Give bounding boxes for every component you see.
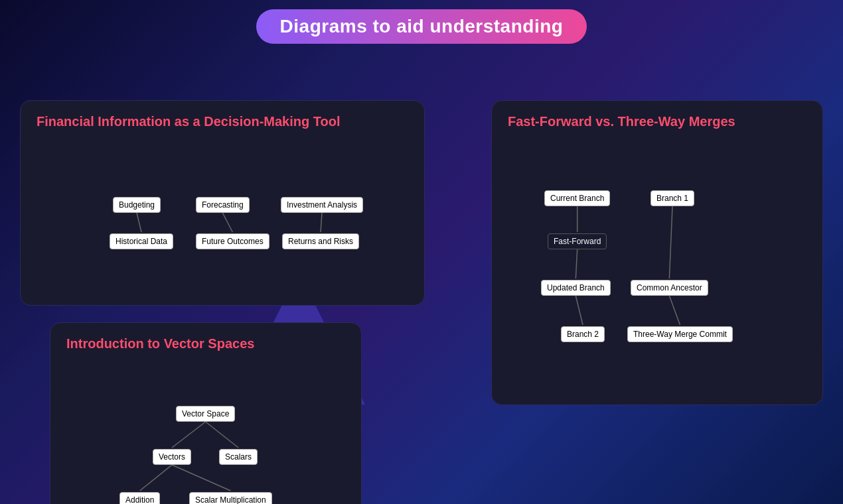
card-vector: Introduction to Vector Spaces Vector Spa… [50,322,362,504]
node-current-branch: Current Branch [544,190,610,206]
financial-diagram: Budgeting Forecasting Investment Analysi… [37,137,408,282]
node-forecasting: Forecasting [196,197,250,213]
node-returns-risks: Returns and Risks [282,233,359,249]
card-financial-title: Financial Information as a Decision-Maki… [37,114,408,129]
svg-line-7 [669,296,680,325]
svg-line-8 [172,422,206,448]
node-branch2: Branch 2 [561,326,605,342]
node-future-outcomes: Future Outcomes [196,233,269,249]
page-title: Diagrams to aid understanding [256,9,587,44]
svg-line-6 [575,296,583,325]
svg-line-0 [137,213,141,232]
node-branch1: Branch 1 [651,190,694,206]
card-financial: Financial Information as a Decision-Maki… [20,100,425,306]
node-common-ancestor: Common Ancestor [631,280,708,296]
svg-line-9 [206,422,238,448]
fastforward-diagram: Current Branch Branch 1 Fast-Forward Upd… [508,137,806,381]
node-vector-space: Vector Space [176,406,235,422]
node-budgeting: Budgeting [113,197,161,213]
svg-line-10 [140,465,172,491]
svg-line-1 [222,213,232,232]
svg-line-11 [172,465,230,491]
node-scalars: Scalars [219,449,258,465]
vector-diagram: Vector Space Vectors Scalars Addition Sc… [66,359,345,504]
card-vector-title: Introduction to Vector Spaces [66,336,345,351]
node-investment-analysis: Investment Analysis [281,197,363,213]
card-fastforward-title: Fast-Forward vs. Three-Way Merges [508,114,806,129]
node-addition: Addition [119,492,160,504]
card-fastforward: Fast-Forward vs. Three-Way Merges Curren… [491,100,823,405]
node-fast-forward: Fast-Forward [548,233,607,249]
svg-line-4 [575,249,577,279]
node-threeway-merge: Three-Way Merge Commit [627,326,733,342]
svg-line-2 [321,213,322,232]
cards-container: Financial Information as a Decision-Maki… [0,44,843,495]
node-historical-data: Historical Data [110,233,173,249]
svg-line-5 [669,206,672,279]
node-updated-branch: Updated Branch [541,280,611,296]
node-vectors: Vectors [153,449,191,465]
node-scalar-multiplication: Scalar Multiplication [189,492,272,504]
